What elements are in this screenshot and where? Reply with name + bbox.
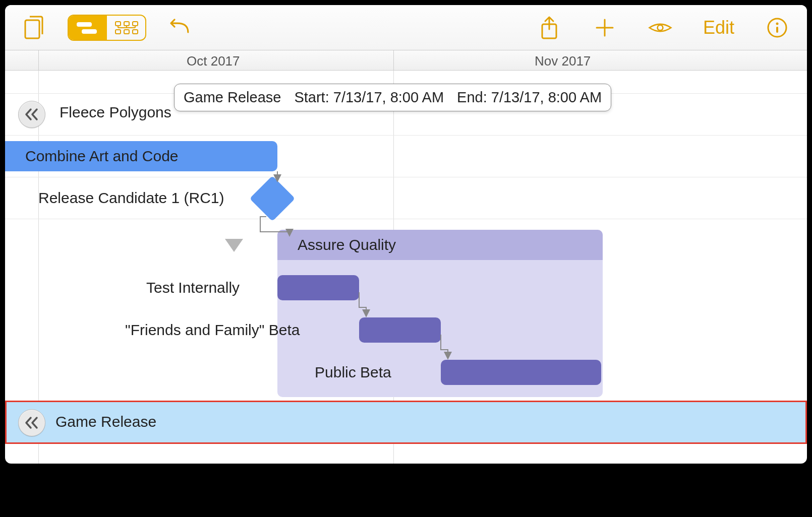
svg-rect-2 xyxy=(82,29,97,34)
view-network-button[interactable] xyxy=(107,16,145,40)
task-label-test: Test Internally xyxy=(146,279,240,296)
task-bar-pbeta[interactable] xyxy=(441,360,601,385)
task-label-release: Game Release xyxy=(55,413,156,430)
svg-rect-5 xyxy=(124,22,129,26)
task-label-fleece: Fleece Polygons xyxy=(60,104,171,121)
view-toggle[interactable] xyxy=(68,15,146,41)
month-label-oct: Oct 2017 xyxy=(187,53,240,69)
svg-rect-0 xyxy=(25,20,39,38)
task-bar-test[interactable] xyxy=(277,275,359,300)
add-button[interactable] xyxy=(592,15,617,40)
task-label-ffbeta: "Friends and Family" Beta xyxy=(125,321,300,339)
tooltip-start: Start: 7/13/17, 8:00 AM xyxy=(294,89,444,106)
gantt-chart[interactable]: Fleece Polygons Game Release Start: 7/13… xyxy=(5,71,807,464)
view-button[interactable] xyxy=(648,15,673,40)
toolbar: Edit xyxy=(5,5,807,50)
view-gantt-button[interactable] xyxy=(69,16,107,40)
task-tooltip: Game Release Start: 7/13/17, 8:00 AM End… xyxy=(174,84,611,111)
scroll-left-button[interactable] xyxy=(18,409,45,436)
timeline-divider xyxy=(38,50,39,70)
tooltip-title: Game Release xyxy=(184,89,281,106)
svg-rect-8 xyxy=(133,30,138,34)
svg-point-12 xyxy=(776,22,779,25)
svg-rect-4 xyxy=(115,30,121,34)
app-window: Edit Oct 2017 Nov 2017 Fleece Polygons G… xyxy=(5,5,807,464)
info-button[interactable] xyxy=(765,15,790,40)
svg-rect-6 xyxy=(124,30,129,34)
group-header[interactable]: Assure Quality xyxy=(277,230,603,260)
svg-rect-13 xyxy=(776,27,778,33)
month-label-nov: Nov 2017 xyxy=(535,53,591,69)
task-bar-ffbeta[interactable] xyxy=(359,317,441,343)
timeline-divider xyxy=(393,50,394,70)
task-bar-combine[interactable]: Combine Art and Code xyxy=(5,141,277,171)
scroll-left-button[interactable] xyxy=(18,101,45,128)
group-label: Assure Quality xyxy=(298,236,396,253)
share-button[interactable] xyxy=(537,15,562,40)
task-label-rc1: Release Candidate 1 (RC1) xyxy=(38,189,224,207)
collapse-triangle-icon[interactable] xyxy=(225,239,243,252)
edit-button[interactable]: Edit xyxy=(703,17,734,38)
svg-point-10 xyxy=(658,25,663,30)
svg-rect-1 xyxy=(77,22,92,27)
documents-button[interactable] xyxy=(22,15,47,40)
undo-button[interactable] xyxy=(166,15,192,40)
task-label-pbeta: Public Beta xyxy=(315,364,391,381)
svg-rect-3 xyxy=(115,22,121,26)
timeline-header[interactable]: Oct 2017 Nov 2017 xyxy=(5,50,807,71)
svg-rect-7 xyxy=(133,22,138,26)
tooltip-end: End: 7/13/17, 8:00 AM xyxy=(457,89,602,106)
task-label-combine: Combine Art and Code xyxy=(25,148,179,165)
